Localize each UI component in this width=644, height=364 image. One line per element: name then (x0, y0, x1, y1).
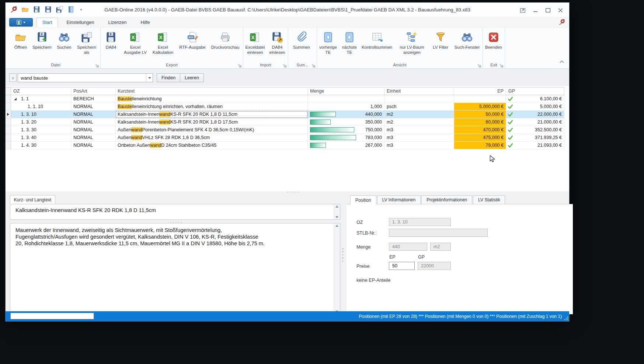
cell-einheit[interactable]: m2 (384, 111, 454, 118)
ribbon-button-beenden[interactable]: Beenden (483, 31, 504, 50)
ribbon-button-kontrollsummen[interactable]: Kontrollsummen (360, 31, 394, 55)
ep-price-input[interactable] (389, 262, 415, 270)
column-header-kurztext[interactable]: Kurztext (115, 87, 308, 95)
find-button[interactable]: Finden (157, 73, 180, 82)
cell-posart[interactable]: NORMAL (71, 103, 115, 111)
langtext-box[interactable]: Mauerwerk der Innenwand, zweiseitig als … (10, 223, 340, 314)
kurztext-scrollbar[interactable] (334, 204, 340, 219)
ribbon-button-summen[interactable]: Summen (288, 31, 315, 50)
dialog-launcher-icon[interactable] (238, 63, 242, 67)
ribbon-button-nur-lv-baum-anzeigen[interactable]: nur LV-Baum anzeigen (394, 31, 430, 55)
dialog-launcher-icon[interactable] (499, 63, 504, 67)
cell-kurztext[interactable]: Außenwand VHLz SFK 28 RDK 1,6 D 36,5cm (115, 134, 308, 142)
cell-menge[interactable] (308, 95, 384, 103)
dialog-launcher-icon[interactable] (283, 63, 287, 67)
tab-hilfe[interactable]: Hilfe (135, 18, 156, 27)
ribbon-button-speichern[interactable]: Speichern (30, 31, 54, 55)
langtext-scrollbar[interactable] (334, 223, 340, 314)
cell-ep[interactable]: 79,000 € (454, 142, 506, 149)
cell-kurztext[interactable]: Baustelleneinrichtung einrichten, vorhal… (115, 103, 308, 111)
tab-start[interactable]: Start (36, 18, 58, 27)
horizontal-splitter[interactable]: ····· (287, 189, 300, 194)
cell-ep[interactable]: 50,000 € (454, 111, 506, 118)
cell-posart[interactable]: NORMAL (71, 134, 115, 142)
tab-einstellungen[interactable]: Einstellungen (61, 18, 100, 27)
cell-gp[interactable]: 21.000,00 € (506, 118, 564, 126)
clear-button[interactable]: Leeren (180, 73, 204, 82)
cell-ep[interactable] (454, 95, 506, 103)
table-row[interactable]: 1. 3. 40NORMALAußenwand VHLz SFK 28 RDK … (6, 134, 564, 142)
search-input[interactable] (18, 74, 146, 82)
tab-position[interactable]: Position (350, 195, 376, 204)
cell-posart[interactable]: BEREICH (71, 95, 115, 103)
cell-menge[interactable]: 750,000 (308, 126, 384, 134)
cell-menge[interactable]: 1,000 (308, 103, 384, 111)
ribbon-button-excel-kalkulation[interactable]: XExcel Kalkulation (149, 31, 177, 55)
column-header-menge[interactable]: Menge (308, 87, 384, 95)
cell-oz[interactable]: 1. 1 (11, 95, 71, 103)
ribbon-button-da84[interactable]: DA84 (101, 31, 121, 55)
table-row[interactable]: 1. 1. 10NORMALBaustelleneinrichtung einr… (6, 103, 564, 111)
cell-oz[interactable]: 1. 3. 30 (11, 126, 71, 134)
ribbon-button-excel-ausgabe-lv[interactable]: XExcel Ausgabe LV (121, 31, 149, 55)
cell-gp[interactable]: 21.093,00 € (506, 142, 564, 149)
cell-oz[interactable]: 1. 3. 20 (11, 118, 71, 126)
table-row[interactable]: 1. 3. 10NORMALKalksandstein-Innenwand KS… (6, 111, 564, 118)
scroll-up-icon[interactable] (335, 205, 338, 208)
cell-kurztext[interactable]: Kalksandstein-Innenwand KS-R SFK 20 RDK … (115, 111, 308, 118)
ribbon-collapse-button[interactable] (559, 59, 565, 65)
maximize-button[interactable] (544, 7, 552, 14)
tab-projektinformationen[interactable]: Projektinformationen (421, 195, 472, 204)
cell-einheit[interactable]: m3 (384, 134, 454, 142)
resize-grip[interactable] (564, 316, 568, 320)
application-menu-button[interactable] (9, 18, 33, 27)
tree-expander-icon[interactable] (14, 98, 17, 100)
cell-gp[interactable]: 352.500,00 € (506, 126, 564, 134)
dialog-launcher-icon[interactable] (95, 63, 99, 67)
ribbon-button-speichern-als[interactable]: Speichern als (74, 31, 99, 55)
tab-lv-informationen[interactable]: LV Informationen (377, 195, 421, 204)
cell-posart[interactable]: NORMAL (71, 126, 115, 134)
cell-einheit[interactable]: m3 (384, 126, 454, 134)
cell-ep[interactable]: 470,000 € (454, 126, 506, 134)
table-row[interactable]: 1. 3. 30NORMALAußenwand Porenbeton-Plane… (6, 126, 564, 134)
ribbon-button-ffnen[interactable]: Öffnen (11, 31, 30, 55)
cell-menge[interactable]: 440,000 (308, 111, 384, 118)
cell-einheit[interactable]: m2 (384, 118, 454, 126)
cell-ep[interactable]: 475,000 € (454, 134, 506, 142)
qat-save-button[interactable] (33, 6, 41, 13)
scroll-down-icon[interactable] (335, 216, 338, 218)
cell-ep[interactable]: 5.000,000 € (454, 103, 506, 111)
cell-posart[interactable]: NORMAL (71, 111, 115, 118)
ribbon-button-exceldatei-einlesen[interactable]: XExceldatei einlesen (243, 31, 267, 55)
minimize-button[interactable] (531, 7, 540, 14)
qat-save-as-button[interactable] (56, 6, 63, 13)
vertical-splitter[interactable] (341, 248, 345, 261)
cell-oz[interactable]: 1. 4. 30 (11, 142, 71, 149)
cell-gp[interactable]: 371.939,25 € (506, 134, 564, 142)
search-close-button[interactable]: x (9, 73, 17, 82)
cell-einheit[interactable] (384, 95, 454, 103)
ribbon-button-lv-filter[interactable]: LV Filter (429, 31, 452, 55)
scroll-up-icon[interactable] (335, 225, 338, 227)
cell-posart[interactable]: NORMAL (71, 142, 115, 149)
cell-kurztext[interactable]: Ortbeton Außenwand D 24cm Stahlbeton C35… (115, 142, 308, 149)
cell-menge[interactable]: 267,000 (308, 142, 384, 149)
qat-overflow-button[interactable]: ▾ (79, 7, 84, 12)
cell-posart[interactable]: NORMAL (71, 118, 115, 126)
column-header-ep[interactable]: EP (454, 87, 506, 95)
tab-lv-statistik[interactable]: LV Statistik (473, 195, 505, 204)
dialog-launcher-icon[interactable] (311, 63, 316, 67)
status-progress-box[interactable] (10, 313, 94, 319)
table-row[interactable]: 1. 4. 30NORMALOrtbeton Außenwand D 24cm … (6, 142, 564, 149)
window-expand-button[interactable] (519, 7, 527, 14)
search-dropdown-button[interactable] (146, 74, 153, 82)
cell-ep[interactable]: 60,000 € (454, 118, 506, 126)
ribbon-button-suchen[interactable]: Suchen (54, 31, 74, 55)
cell-oz[interactable]: 1. 1. 10 (11, 103, 71, 111)
ribbon-button-druckvorschau[interactable]: Druckvorschau (208, 31, 242, 55)
cell-oz[interactable]: 1. 3. 40 (11, 134, 71, 142)
cell-menge[interactable]: 783,030 (308, 134, 384, 142)
dialog-launcher-icon[interactable] (477, 63, 481, 67)
cell-kurztext[interactable]: Außenwand Porenbeton-Planelement SFK 4 D… (115, 126, 308, 134)
